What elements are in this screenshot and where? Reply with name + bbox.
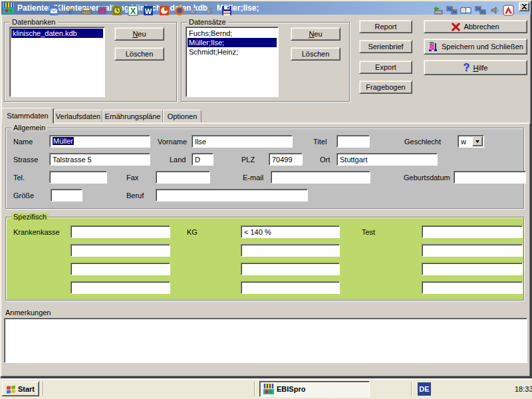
excel-icon[interactable]: X (127, 5, 138, 16)
spezifisch-field[interactable] (70, 281, 170, 294)
datenbanken-loeschen-button[interactable]: Löschen (114, 47, 164, 61)
tab-verlaufsdaten[interactable]: Verlaufsdaten (54, 110, 102, 123)
language-indicator[interactable]: DE (418, 382, 431, 396)
group-allgemein-label: Allgemein (11, 124, 47, 132)
fax-field[interactable] (156, 171, 210, 184)
list-item[interactable]: Müller;Ilse; (188, 38, 277, 47)
krankenkasse-field[interactable] (70, 225, 170, 238)
taskbar-separator (43, 382, 44, 396)
serienbrief-button[interactable]: Serienbrief (359, 40, 412, 53)
clock-app-icon[interactable] (111, 5, 122, 16)
titel-label: Titel (313, 138, 327, 146)
tel-field[interactable] (49, 171, 107, 184)
ort-label: Ort (320, 156, 330, 164)
ort-field[interactable] (336, 153, 438, 166)
datensaetze-loeschen-button[interactable]: Löschen (291, 47, 340, 61)
datensaetze-listbox[interactable]: Fuchs;Bernd; Müller;Ilse; Schmidt;Heinz; (186, 27, 279, 97)
spezifisch-field[interactable] (422, 263, 523, 275)
group-datensaetze-label: Datensätze (187, 18, 228, 26)
datensaetze-neu-button[interactable]: Neu (291, 27, 340, 41)
vorname-field[interactable] (192, 135, 293, 148)
tel-label: Tel. (13, 174, 25, 182)
strasse-field[interactable] (49, 153, 150, 166)
address-book-icon[interactable] (460, 5, 471, 16)
dropdown-arrow-icon[interactable] (472, 136, 483, 146)
list-item[interactable]: klinische_daten.kdb (11, 29, 103, 38)
spezifisch-field[interactable] (70, 263, 170, 275)
svg-text:W: W (144, 7, 152, 15)
anmerkungen-textarea[interactable] (4, 318, 527, 363)
kg-field[interactable] (241, 225, 340, 238)
datenbanken-neu-button[interactable]: Neu (114, 27, 164, 41)
speichern-und-schliessen-button[interactable]: Speichern und Schließen (424, 39, 527, 55)
app-icon (3, 3, 14, 13)
anmerkungen-label: Anmerkungen (5, 309, 51, 317)
land-field[interactable] (192, 153, 213, 166)
geburtsdatum-field[interactable] (454, 171, 526, 184)
close-button[interactable] (519, 2, 529, 11)
krankenkasse-label: Krankenkasse (13, 228, 60, 236)
taskbar-separator (411, 382, 412, 396)
close-icon (521, 4, 527, 9)
volume-icon[interactable] (489, 5, 501, 16)
fax-label: Fax (126, 174, 138, 182)
beruf-field[interactable] (156, 189, 308, 201)
plz-field[interactable] (269, 153, 303, 166)
email-field[interactable] (271, 171, 370, 184)
svg-text:X: X (130, 6, 135, 15)
dove-icon[interactable] (188, 5, 199, 16)
spezifisch-field[interactable] (241, 263, 340, 275)
hilfe-button[interactable]: ? Hilfe (424, 60, 527, 75)
red-x-icon (452, 23, 460, 31)
dove-icon[interactable] (203, 5, 215, 16)
titel-field[interactable] (336, 135, 370, 148)
export-button[interactable]: Export (359, 61, 412, 74)
network-computers-icon[interactable] (446, 5, 458, 16)
avira-antivirus-icon[interactable] (503, 5, 514, 16)
taskbar-task-ebispro[interactable]: EBISpro (259, 381, 370, 397)
vorname-label: Vorname (158, 138, 187, 146)
geschlecht-combobox[interactable]: w (458, 135, 484, 148)
report-button[interactable]: Report (359, 20, 412, 33)
spezifisch-field[interactable] (70, 244, 170, 257)
spezifisch-field[interactable] (241, 281, 340, 294)
tab-ernaehrungsplaene[interactable]: Ernährungspläne (102, 110, 163, 123)
word-icon[interactable]: W (142, 5, 154, 16)
strasse-label: Strasse (13, 156, 38, 164)
group-datenbanken-label: Datenbanken (10, 18, 57, 26)
firefox-icon[interactable] (174, 5, 185, 16)
test-field[interactable] (422, 225, 523, 238)
tab-stammdaten[interactable]: Stammdaten (1, 108, 54, 124)
internet-explorer-icon[interactable]: e (65, 5, 76, 16)
tab-optionen[interactable]: Optionen (163, 110, 201, 123)
fragebogen-button[interactable]: Fragebogen (359, 80, 412, 94)
typewriter-icon[interactable] (80, 5, 92, 16)
kg-label: KG (187, 228, 198, 236)
geschlecht-label: Geschlecht (404, 138, 441, 146)
start-button[interactable]: Start (1, 381, 39, 396)
name-label: Name (13, 138, 33, 146)
exit-door-icon (428, 41, 438, 52)
datenbanken-listbox[interactable]: klinische_daten.kdb (9, 27, 105, 97)
land-label: Land (170, 156, 186, 164)
groesse-field[interactable] (51, 189, 82, 201)
spezifisch-field[interactable] (422, 244, 523, 257)
svg-text:e: e (68, 5, 72, 16)
safely-remove-hardware-icon[interactable] (432, 5, 444, 16)
purple-app-icon[interactable] (96, 5, 108, 16)
list-item[interactable]: Schmidt;Heinz; (188, 47, 277, 57)
list-item[interactable]: Fuchs;Bernd; (188, 29, 277, 38)
email-label: E-mail (243, 174, 263, 182)
network-computers-icon[interactable] (475, 5, 486, 16)
outlook-express-icon[interactable] (48, 5, 59, 16)
name-field[interactable]: Müller (49, 135, 150, 148)
floppy-save-icon[interactable] (221, 5, 232, 16)
windows-logo-icon (6, 384, 16, 394)
taskbar-clock[interactable]: 18:33 (515, 385, 532, 393)
spezifisch-field[interactable] (241, 244, 340, 257)
group-spezifisch-label: Spezifisch (11, 213, 49, 221)
abbrechen-button[interactable]: Abbrechen (424, 20, 527, 33)
spezifisch-field[interactable] (422, 281, 523, 294)
chart-app-icon[interactable] (158, 5, 170, 16)
ebispro-icon (263, 384, 274, 394)
